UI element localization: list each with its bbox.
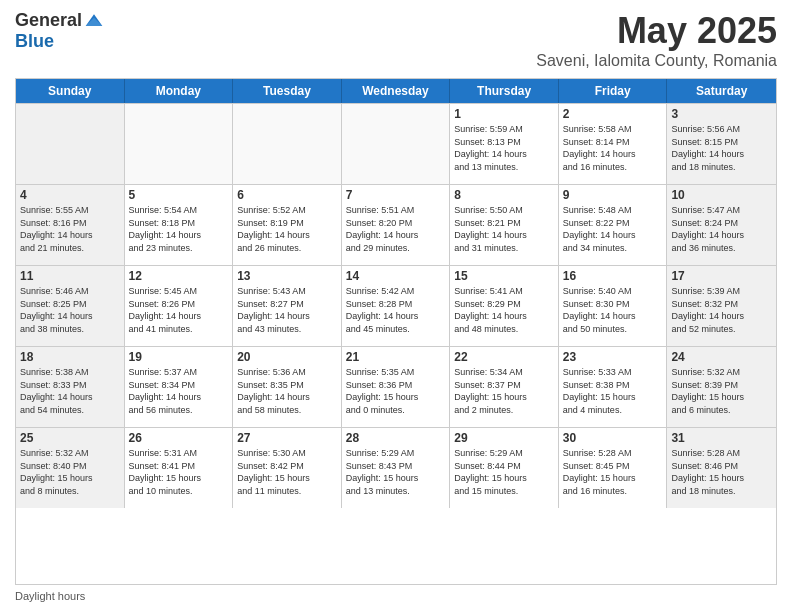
day-info: Sunrise: 5:34 AM Sunset: 8:37 PM Dayligh… (454, 366, 554, 416)
day-info: Sunrise: 5:40 AM Sunset: 8:30 PM Dayligh… (563, 285, 663, 335)
calendar: SundayMondayTuesdayWednesdayThursdayFrid… (15, 78, 777, 585)
day-number: 21 (346, 350, 446, 364)
day-number: 28 (346, 431, 446, 445)
cal-cell (342, 104, 451, 184)
cal-cell: 20Sunrise: 5:36 AM Sunset: 8:35 PM Dayli… (233, 347, 342, 427)
cal-cell: 21Sunrise: 5:35 AM Sunset: 8:36 PM Dayli… (342, 347, 451, 427)
day-number: 12 (129, 269, 229, 283)
cal-cell: 1Sunrise: 5:59 AM Sunset: 8:13 PM Daylig… (450, 104, 559, 184)
day-number: 13 (237, 269, 337, 283)
cal-cell: 8Sunrise: 5:50 AM Sunset: 8:21 PM Daylig… (450, 185, 559, 265)
page: General Blue May 2025 Saveni, Ialomita C… (0, 0, 792, 612)
cal-header-monday: Monday (125, 79, 234, 103)
day-info: Sunrise: 5:59 AM Sunset: 8:13 PM Dayligh… (454, 123, 554, 173)
cal-cell: 15Sunrise: 5:41 AM Sunset: 8:29 PM Dayli… (450, 266, 559, 346)
calendar-header: SundayMondayTuesdayWednesdayThursdayFrid… (16, 79, 776, 103)
cal-row-0: 1Sunrise: 5:59 AM Sunset: 8:13 PM Daylig… (16, 103, 776, 184)
day-number: 15 (454, 269, 554, 283)
day-number: 25 (20, 431, 120, 445)
day-number: 6 (237, 188, 337, 202)
cal-cell: 23Sunrise: 5:33 AM Sunset: 8:38 PM Dayli… (559, 347, 668, 427)
day-info: Sunrise: 5:33 AM Sunset: 8:38 PM Dayligh… (563, 366, 663, 416)
cal-cell: 17Sunrise: 5:39 AM Sunset: 8:32 PM Dayli… (667, 266, 776, 346)
day-number: 9 (563, 188, 663, 202)
cal-cell: 28Sunrise: 5:29 AM Sunset: 8:43 PM Dayli… (342, 428, 451, 508)
logo-icon (84, 11, 104, 31)
day-info: Sunrise: 5:51 AM Sunset: 8:20 PM Dayligh… (346, 204, 446, 254)
day-info: Sunrise: 5:52 AM Sunset: 8:19 PM Dayligh… (237, 204, 337, 254)
header: General Blue May 2025 Saveni, Ialomita C… (15, 10, 777, 70)
day-number: 27 (237, 431, 337, 445)
day-info: Sunrise: 5:28 AM Sunset: 8:46 PM Dayligh… (671, 447, 772, 497)
cal-cell: 14Sunrise: 5:42 AM Sunset: 8:28 PM Dayli… (342, 266, 451, 346)
cal-cell: 25Sunrise: 5:32 AM Sunset: 8:40 PM Dayli… (16, 428, 125, 508)
day-info: Sunrise: 5:41 AM Sunset: 8:29 PM Dayligh… (454, 285, 554, 335)
day-info: Sunrise: 5:29 AM Sunset: 8:43 PM Dayligh… (346, 447, 446, 497)
day-info: Sunrise: 5:58 AM Sunset: 8:14 PM Dayligh… (563, 123, 663, 173)
logo-blue-label: Blue (15, 31, 54, 51)
day-info: Sunrise: 5:43 AM Sunset: 8:27 PM Dayligh… (237, 285, 337, 335)
cal-cell: 29Sunrise: 5:29 AM Sunset: 8:44 PM Dayli… (450, 428, 559, 508)
day-number: 7 (346, 188, 446, 202)
cal-cell: 19Sunrise: 5:37 AM Sunset: 8:34 PM Dayli… (125, 347, 234, 427)
day-number: 18 (20, 350, 120, 364)
day-number: 8 (454, 188, 554, 202)
day-number: 16 (563, 269, 663, 283)
logo-general: General (15, 10, 82, 31)
day-info: Sunrise: 5:56 AM Sunset: 8:15 PM Dayligh… (671, 123, 772, 173)
calendar-body: 1Sunrise: 5:59 AM Sunset: 8:13 PM Daylig… (16, 103, 776, 508)
logo: General Blue (15, 10, 104, 52)
day-info: Sunrise: 5:47 AM Sunset: 8:24 PM Dayligh… (671, 204, 772, 254)
day-number: 20 (237, 350, 337, 364)
day-info: Sunrise: 5:42 AM Sunset: 8:28 PM Dayligh… (346, 285, 446, 335)
cal-row-2: 11Sunrise: 5:46 AM Sunset: 8:25 PM Dayli… (16, 265, 776, 346)
day-info: Sunrise: 5:35 AM Sunset: 8:36 PM Dayligh… (346, 366, 446, 416)
title-section: May 2025 Saveni, Ialomita County, Romani… (536, 10, 777, 70)
day-number: 1 (454, 107, 554, 121)
day-info: Sunrise: 5:29 AM Sunset: 8:44 PM Dayligh… (454, 447, 554, 497)
cal-cell: 6Sunrise: 5:52 AM Sunset: 8:19 PM Daylig… (233, 185, 342, 265)
day-info: Sunrise: 5:32 AM Sunset: 8:40 PM Dayligh… (20, 447, 120, 497)
day-info: Sunrise: 5:37 AM Sunset: 8:34 PM Dayligh… (129, 366, 229, 416)
cal-cell: 31Sunrise: 5:28 AM Sunset: 8:46 PM Dayli… (667, 428, 776, 508)
day-number: 2 (563, 107, 663, 121)
day-number: 26 (129, 431, 229, 445)
cal-cell (233, 104, 342, 184)
cal-row-3: 18Sunrise: 5:38 AM Sunset: 8:33 PM Dayli… (16, 346, 776, 427)
day-number: 10 (671, 188, 772, 202)
day-info: Sunrise: 5:39 AM Sunset: 8:32 PM Dayligh… (671, 285, 772, 335)
cal-cell (16, 104, 125, 184)
cal-cell: 16Sunrise: 5:40 AM Sunset: 8:30 PM Dayli… (559, 266, 668, 346)
day-info: Sunrise: 5:36 AM Sunset: 8:35 PM Dayligh… (237, 366, 337, 416)
day-info: Sunrise: 5:46 AM Sunset: 8:25 PM Dayligh… (20, 285, 120, 335)
cal-cell: 30Sunrise: 5:28 AM Sunset: 8:45 PM Dayli… (559, 428, 668, 508)
cal-header-sunday: Sunday (16, 79, 125, 103)
cal-cell: 13Sunrise: 5:43 AM Sunset: 8:27 PM Dayli… (233, 266, 342, 346)
cal-header-thursday: Thursday (450, 79, 559, 103)
day-number: 29 (454, 431, 554, 445)
day-number: 4 (20, 188, 120, 202)
cal-row-4: 25Sunrise: 5:32 AM Sunset: 8:40 PM Dayli… (16, 427, 776, 508)
day-info: Sunrise: 5:55 AM Sunset: 8:16 PM Dayligh… (20, 204, 120, 254)
cal-cell: 10Sunrise: 5:47 AM Sunset: 8:24 PM Dayli… (667, 185, 776, 265)
cal-header-saturday: Saturday (667, 79, 776, 103)
day-info: Sunrise: 5:45 AM Sunset: 8:26 PM Dayligh… (129, 285, 229, 335)
day-number: 22 (454, 350, 554, 364)
cal-cell: 11Sunrise: 5:46 AM Sunset: 8:25 PM Dayli… (16, 266, 125, 346)
footer: Daylight hours (15, 590, 777, 602)
cal-cell: 4Sunrise: 5:55 AM Sunset: 8:16 PM Daylig… (16, 185, 125, 265)
day-number: 5 (129, 188, 229, 202)
logo-blue-text: Blue (15, 31, 54, 52)
day-number: 14 (346, 269, 446, 283)
day-info: Sunrise: 5:50 AM Sunset: 8:21 PM Dayligh… (454, 204, 554, 254)
cal-header-tuesday: Tuesday (233, 79, 342, 103)
cal-cell: 7Sunrise: 5:51 AM Sunset: 8:20 PM Daylig… (342, 185, 451, 265)
cal-cell: 22Sunrise: 5:34 AM Sunset: 8:37 PM Dayli… (450, 347, 559, 427)
cal-cell: 2Sunrise: 5:58 AM Sunset: 8:14 PM Daylig… (559, 104, 668, 184)
cal-cell (125, 104, 234, 184)
day-info: Sunrise: 5:31 AM Sunset: 8:41 PM Dayligh… (129, 447, 229, 497)
day-info: Sunrise: 5:48 AM Sunset: 8:22 PM Dayligh… (563, 204, 663, 254)
day-number: 23 (563, 350, 663, 364)
day-number: 30 (563, 431, 663, 445)
cal-header-wednesday: Wednesday (342, 79, 451, 103)
